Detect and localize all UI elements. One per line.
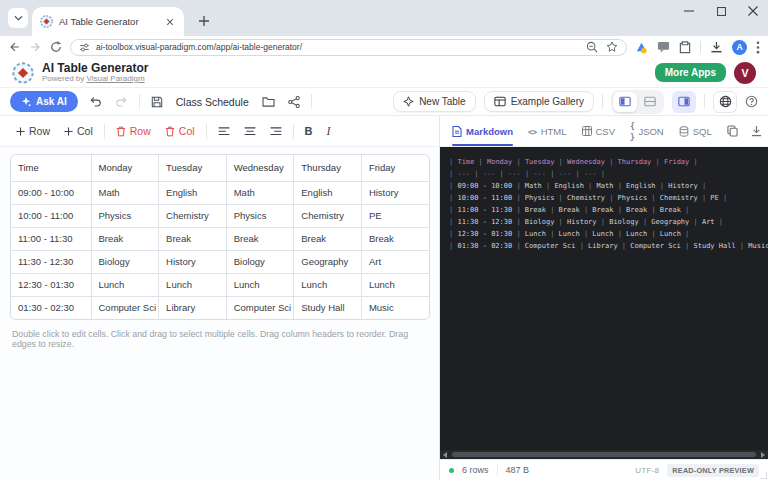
table-cell[interactable]: Lunch	[159, 273, 227, 296]
table-cell[interactable]: Music	[361, 296, 429, 319]
table-cell[interactable]: English	[294, 181, 362, 204]
table-cell[interactable]: PE	[361, 204, 429, 227]
extension-drive-icon[interactable]	[635, 41, 648, 54]
open-folder-button[interactable]	[260, 94, 277, 109]
table-cell[interactable]: 10:00 - 11:00	[11, 204, 91, 227]
new-table-button[interactable]: New Table	[393, 91, 476, 112]
browser-tab[interactable]: AI Table Generator	[32, 7, 184, 36]
table-cell[interactable]: Computer Sci	[226, 296, 294, 319]
table-cell[interactable]: 11:00 - 11:30	[11, 227, 91, 250]
scroll-left-arrow-icon[interactable]	[443, 452, 447, 458]
preview-tab-markdown[interactable]: Markdown	[452, 116, 513, 146]
new-tab-button[interactable]	[194, 11, 214, 31]
more-apps-button[interactable]: More Apps	[655, 63, 726, 82]
table-cell[interactable]: Physics	[226, 204, 294, 227]
table-cell[interactable]: Biology	[226, 250, 294, 273]
table-cell[interactable]: Lunch	[91, 273, 159, 296]
language-globe-button[interactable]	[713, 91, 737, 113]
preview-tab-html[interactable]: <>HTML	[528, 116, 567, 146]
table-cell[interactable]: Break	[91, 227, 159, 250]
table-cell[interactable]: Geography	[294, 250, 362, 273]
window-maximize-button[interactable]	[714, 4, 728, 18]
column-header[interactable]: Monday	[91, 155, 159, 181]
extension-clipboard-icon[interactable]	[679, 41, 691, 54]
table-cell[interactable]: Break	[294, 227, 362, 250]
add-row-button[interactable]: Row	[13, 123, 53, 139]
save-button[interactable]	[149, 94, 165, 110]
help-button[interactable]	[745, 95, 758, 108]
column-header[interactable]: Tuesday	[159, 155, 227, 181]
table-cell[interactable]: Study Hall	[294, 296, 362, 319]
reload-button[interactable]	[50, 41, 62, 53]
window-minimize-button[interactable]	[682, 4, 696, 18]
table-cell[interactable]: Math	[91, 181, 159, 204]
table-cell[interactable]: Library	[159, 296, 227, 319]
copy-icon[interactable]	[727, 125, 738, 137]
add-col-button[interactable]: Col	[61, 123, 96, 139]
zoom-indicator-icon[interactable]	[586, 41, 598, 53]
layout-split-horizontal-button[interactable]	[638, 92, 662, 112]
table-cell[interactable]: 11:30 - 12:30	[11, 250, 91, 273]
bold-button[interactable]: B	[302, 123, 316, 139]
table-cell[interactable]: English	[159, 181, 227, 204]
tab-search-chevron-button[interactable]	[8, 8, 28, 28]
share-button[interactable]	[286, 94, 302, 110]
download-icon[interactable]	[751, 125, 762, 137]
table-cell[interactable]: Biology	[91, 250, 159, 273]
table-cell[interactable]: Break	[159, 227, 227, 250]
browser-menu-button[interactable]	[756, 41, 760, 54]
site-settings-icon[interactable]	[79, 42, 90, 53]
column-header[interactable]: Time	[11, 155, 91, 181]
table-cell[interactable]: Chemistry	[159, 204, 227, 227]
preview-tab-csv[interactable]: CSV	[582, 116, 616, 146]
column-header[interactable]: Thursday	[294, 155, 362, 181]
align-right-button[interactable]	[267, 125, 285, 138]
scrollbar-thumb[interactable]	[452, 452, 756, 457]
tab-close-icon[interactable]	[164, 16, 176, 28]
italic-button[interactable]: I	[324, 122, 334, 141]
table-cell[interactable]: 01:30 - 02:30	[11, 296, 91, 319]
scroll-right-arrow-icon[interactable]	[761, 452, 765, 458]
bookmark-star-icon[interactable]	[606, 41, 618, 53]
table-cell[interactable]: Math	[226, 181, 294, 204]
table-cell[interactable]: 12:30 - 01:30	[11, 273, 91, 296]
layout-split-vertical-button[interactable]	[613, 92, 637, 112]
table-name[interactable]: Class Schedule	[176, 96, 249, 108]
visual-paradigm-link[interactable]: Visual Paradigm	[86, 74, 144, 83]
table-cell[interactable]: Chemistry	[294, 204, 362, 227]
table-cell[interactable]: Lunch	[226, 273, 294, 296]
column-header[interactable]: Wednesday	[226, 155, 294, 181]
horizontal-scrollbar[interactable]	[440, 450, 768, 459]
extension-chat-icon[interactable]	[657, 41, 670, 53]
table-cell[interactable]: Art	[361, 250, 429, 273]
table-cell[interactable]: Lunch	[294, 273, 362, 296]
column-header[interactable]: Friday	[361, 155, 429, 181]
back-button[interactable]	[8, 41, 21, 53]
preview-tab-sql[interactable]: SQL	[679, 116, 712, 146]
redo-button[interactable]	[113, 94, 130, 109]
forward-button[interactable]	[29, 41, 42, 53]
user-avatar[interactable]: V	[734, 62, 756, 84]
delete-col-button[interactable]: Col	[162, 123, 198, 139]
example-gallery-button[interactable]: Example Gallery	[484, 91, 594, 112]
undo-button[interactable]	[87, 94, 104, 109]
table-cell[interactable]: Break	[226, 227, 294, 250]
table-cell[interactable]: 09:00 - 10:00	[11, 181, 91, 204]
downloads-button[interactable]	[710, 41, 723, 54]
browser-profile-avatar[interactable]: A	[732, 40, 747, 55]
ask-ai-button[interactable]: Ask AI	[10, 91, 78, 112]
table-cell[interactable]: History	[159, 250, 227, 273]
window-close-button[interactable]	[746, 4, 760, 18]
table-cell[interactable]: Computer Sci	[91, 296, 159, 319]
table-cell[interactable]: Break	[361, 227, 429, 250]
preview-tab-json[interactable]: { }JSON	[630, 116, 664, 146]
delete-row-button[interactable]: Row	[113, 123, 154, 139]
align-center-button[interactable]	[241, 125, 259, 138]
markdown-code[interactable]: | Time | Monday | Tuesday | Wednesday | …	[440, 147, 768, 450]
table-cell[interactable]: Lunch	[361, 273, 429, 296]
table-cell[interactable]: History	[361, 181, 429, 204]
table-cell[interactable]: Physics	[91, 204, 159, 227]
preview-panel-toggle-button[interactable]	[672, 91, 696, 113]
align-left-button[interactable]	[215, 125, 233, 138]
resize-handle[interactable]	[760, 472, 767, 479]
